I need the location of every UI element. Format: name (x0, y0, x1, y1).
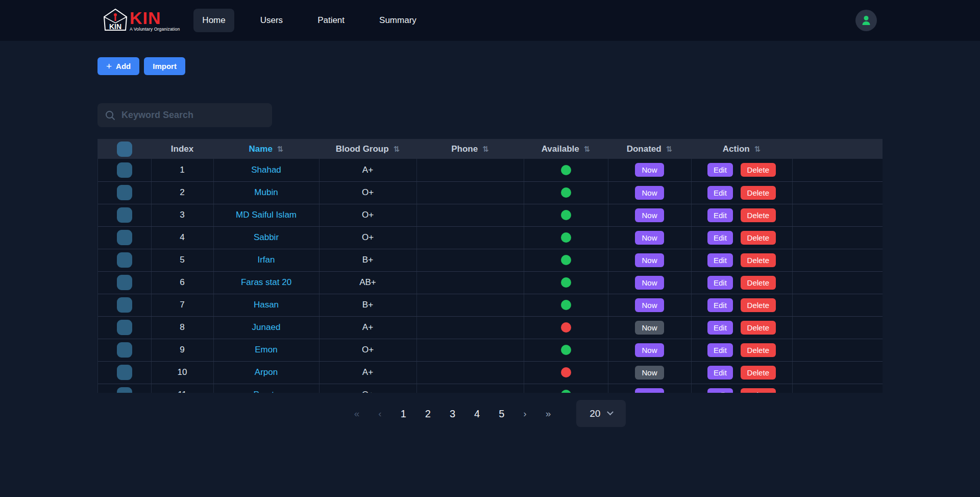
delete-button[interactable]: Delete (741, 253, 776, 267)
select-cell (98, 339, 151, 361)
donor-name-link[interactable]: Pranto (253, 390, 279, 393)
page-size-select[interactable]: 20 (576, 400, 626, 427)
row-checkbox[interactable] (117, 342, 132, 358)
delete-button[interactable]: Delete (741, 298, 776, 312)
edit-button[interactable]: Edit (707, 253, 733, 267)
pagination-last-button[interactable]: » (546, 409, 551, 418)
donor-name-link[interactable]: Faras stat 20 (241, 277, 291, 287)
sort-available-icon[interactable]: ⇅ (584, 145, 591, 153)
edit-button[interactable]: Edit (707, 298, 733, 312)
donor-name-link[interactable]: Arpon (255, 367, 278, 377)
column-header-phone[interactable]: Phone⇅ (416, 139, 524, 159)
blood-group-cell: A+ (319, 361, 416, 384)
edit-button[interactable]: Edit (707, 366, 733, 380)
sort-phone-icon[interactable]: ⇅ (482, 145, 489, 153)
row-checkbox[interactable] (117, 230, 132, 245)
nav-item-users[interactable]: Users (252, 9, 291, 32)
delete-button[interactable]: Delete (741, 163, 776, 177)
row-checkbox[interactable] (117, 320, 132, 335)
edit-button[interactable]: Edit (707, 186, 733, 200)
column-header-available[interactable]: Available⇅ (524, 139, 608, 159)
row-checkbox[interactable] (117, 185, 132, 200)
pagination-page-5[interactable]: 5 (499, 409, 504, 419)
spacer-cell (792, 339, 883, 361)
column-header-blood-group[interactable]: Blood Group⇅ (319, 139, 416, 159)
user-avatar-button[interactable] (855, 10, 877, 31)
donate-now-button[interactable]: Now (635, 388, 664, 393)
phone-cell (416, 226, 524, 249)
delete-button[interactable]: Delete (741, 231, 776, 245)
row-checkbox[interactable] (117, 387, 132, 393)
donate-now-button[interactable]: Now (635, 163, 664, 177)
delete-button[interactable]: Delete (741, 366, 776, 380)
donate-now-button[interactable]: Now (635, 186, 664, 200)
sort-blood-group-icon[interactable]: ⇅ (394, 145, 400, 153)
column-header-action[interactable]: Action⇅ (691, 139, 792, 159)
search-input[interactable] (121, 110, 265, 121)
table-row: 6 Faras stat 20 AB+ Now Edit Delete (98, 271, 883, 294)
donor-name-link[interactable]: Emon (255, 345, 277, 354)
donate-now-button[interactable]: Now (635, 253, 664, 267)
row-checkbox[interactable] (117, 365, 132, 380)
column-header-index[interactable]: Index (151, 139, 213, 159)
edit-button[interactable]: Edit (707, 276, 733, 290)
pagination-page-3[interactable]: 3 (450, 409, 455, 419)
edit-button[interactable]: Edit (707, 163, 733, 177)
row-checkbox[interactable] (117, 297, 132, 313)
pagination-page-4[interactable]: 4 (474, 409, 480, 419)
delete-button[interactable]: Delete (741, 388, 776, 393)
donor-name-link[interactable]: Mubin (254, 187, 278, 197)
delete-button[interactable]: Delete (741, 208, 776, 222)
import-button[interactable]: Import (144, 57, 185, 75)
select-all-checkbox[interactable] (117, 141, 132, 157)
delete-button[interactable]: Delete (741, 276, 776, 290)
row-checkbox[interactable] (117, 252, 132, 268)
donate-now-button[interactable]: Now (635, 366, 664, 380)
column-header-donated[interactable]: Donated⇅ (608, 139, 691, 159)
sort-name-icon[interactable]: ⇅ (277, 145, 284, 153)
edit-button[interactable]: Edit (707, 388, 733, 393)
delete-button[interactable]: Delete (741, 321, 776, 335)
edit-button[interactable]: Edit (707, 231, 733, 245)
table-row: 7 Hasan B+ Now Edit Delete (98, 294, 883, 316)
nav-item-home[interactable]: Home (193, 9, 234, 32)
donate-now-button[interactable]: Now (635, 321, 664, 335)
row-checkbox[interactable] (117, 275, 132, 290)
pagination: « ‹ 1 2 3 4 5 › » 20 (97, 400, 883, 427)
row-checkbox[interactable] (117, 207, 132, 223)
spacer-cell (792, 204, 883, 226)
pagination-prev-button[interactable]: ‹ (378, 409, 381, 418)
delete-button[interactable]: Delete (741, 186, 776, 200)
edit-button[interactable]: Edit (707, 321, 733, 335)
row-checkbox[interactable] (117, 162, 132, 178)
brand-logo[interactable]: KIN KIN A Voluntary Organization (102, 8, 180, 33)
donor-name-link[interactable]: Sabbir (254, 232, 279, 242)
donor-name-link[interactable]: MD Saiful Islam (236, 210, 297, 220)
donate-now-button[interactable]: Now (635, 343, 664, 357)
search-box[interactable] (97, 103, 272, 127)
donate-now-button[interactable]: Now (635, 276, 664, 290)
pagination-next-button[interactable]: › (523, 409, 526, 418)
edit-button[interactable]: Edit (707, 343, 733, 357)
donor-name-link[interactable]: Irfan (257, 255, 275, 265)
pagination-first-button[interactable]: « (354, 409, 360, 418)
nav-item-summary[interactable]: Summary (371, 9, 425, 32)
spacer-cell (792, 181, 883, 204)
delete-button[interactable]: Delete (741, 343, 776, 357)
column-header-name[interactable]: Name⇅ (213, 139, 319, 159)
donated-cell: Now (608, 271, 691, 294)
donor-name-link[interactable]: Hasan (254, 300, 279, 310)
donor-name-link[interactable]: Shahad (251, 165, 281, 175)
donate-now-button[interactable]: Now (635, 208, 664, 222)
edit-button[interactable]: Edit (707, 208, 733, 222)
select-cell (98, 271, 151, 294)
nav-item-patient[interactable]: Patient (309, 9, 353, 32)
sort-donated-icon[interactable]: ⇅ (666, 145, 673, 153)
sort-action-icon[interactable]: ⇅ (754, 145, 761, 153)
donate-now-button[interactable]: Now (635, 298, 664, 312)
pagination-page-2[interactable]: 2 (425, 409, 431, 419)
add-button[interactable]: + Add (97, 57, 139, 75)
donate-now-button[interactable]: Now (635, 231, 664, 245)
donor-name-link[interactable]: Junaed (252, 322, 281, 332)
pagination-page-1[interactable]: 1 (401, 409, 406, 419)
